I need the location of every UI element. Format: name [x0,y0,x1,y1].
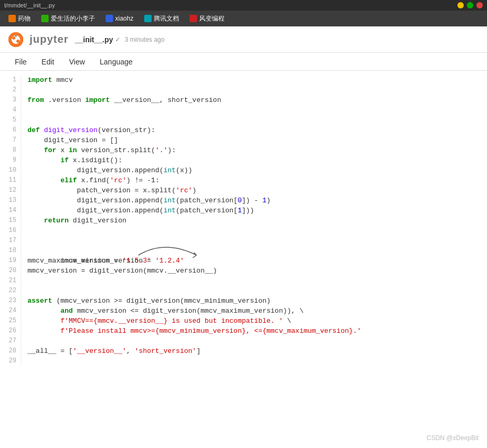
ln-24: 24 [4,306,16,316]
code-line-22 [27,286,481,296]
ln-4: 4 [4,105,16,115]
bookmark-item-2[interactable]: 爱生活的小李子 [37,13,99,25]
code-line-12: patch_version = x.split('rc') [27,185,481,195]
ln-28: 28 [4,346,16,356]
browser-bar: t/mmdet/__init__.py [0,0,487,11]
code-line-1: import mmcv [27,75,481,85]
line-numbers: 1 2 3 4 5 6 7 8 9 10 11 12 13 14 15 16 1… [0,75,21,366]
code-line-29 [27,356,481,366]
bookmark-icon-1 [8,15,16,22]
save-time: 3 minutes ago [125,36,164,43]
code-lines: import mmcv from .version import __versi… [21,75,487,366]
menu-bar: File Edit View Language [0,53,487,71]
ln-1: 1 [4,75,16,85]
code-line-14: digit_version.append(int(patch_version[1… [27,206,481,216]
code-line-4 [27,105,481,115]
ln-2: 2 [4,85,16,95]
ln-18: 18 [4,246,16,256]
svg-point-4 [15,35,17,37]
window-controls [457,2,483,8]
ln-13: 13 [4,195,16,206]
jupyter-name: jupyter [30,33,69,45]
maximize-button[interactable] [467,2,473,8]
code-line-23: assert (mmcv_version >= digit_version(mm… [27,296,481,306]
code-line-3: from .version import __version__, short_… [27,95,481,105]
code-line-5 [27,115,481,125]
bookmarks-bar: 药物 爱生活的小李子 xiaohz 腾讯文档 风变编程 [0,11,487,26]
code-line-8: for x in version_str.split('.'): [27,145,481,155]
bookmark-icon-3 [106,15,113,22]
code-area: 1 2 3 4 5 6 7 8 9 10 11 12 13 14 15 16 1… [0,71,487,370]
code-line-26: f'Please install mmcv>={mmcv_minimum_ver… [27,326,481,336]
ln-3: 3 [4,95,16,105]
ln-7: 7 [4,135,16,145]
ln-10: 10 [4,165,16,175]
ln-22: 22 [4,286,16,296]
bookmark-label-4: 腾讯文档 [154,14,179,23]
svg-point-2 [12,36,15,40]
code-line-25: f'MMCV=={mmcv.__version__} is used but i… [27,316,481,326]
menu-edit[interactable]: Edit [35,55,61,68]
ln-14: 14 [4,206,16,216]
menu-file[interactable]: File [8,55,33,68]
code-line-28: __all__ = ['__version__', 'short_version… [27,346,481,356]
ln-29: 29 [4,356,16,366]
bookmark-icon-5 [190,15,197,22]
browser-title: t/mmdet/__init__.py [4,2,55,8]
jupyter-header: jupyter __init__.py ✓ 3 minutes ago [0,26,487,53]
menu-view[interactable]: View [63,55,91,68]
ln-15: 15 [4,216,16,226]
code-line-27 [27,336,481,346]
code-line-10: digit_version.append(int(x)) [27,165,481,175]
file-path: __init__.py ✓ 3 minutes ago [75,35,165,44]
filename: __init__.py [75,35,113,44]
bookmark-label-3: xiaohz [115,15,134,22]
ln-20: 20 [4,266,16,276]
ln-11: 11 [4,175,16,185]
bookmark-icon-4 [144,15,152,22]
code-line-2 [27,85,481,95]
ln-16: 16 [4,226,16,236]
code-line-11: elif x.find('rc') != -1: [27,175,481,185]
ln-5: 5 [4,115,16,125]
ln-9: 9 [4,155,16,165]
code-line-24: and mmcv_version <= digit_version(mmcv_m… [27,306,481,316]
code-line-9: if x.isdigit(): [27,155,481,165]
ln-12: 12 [4,185,16,195]
code-line-20: mmcv_version = digit_version(mmcv.__vers… [27,266,481,276]
svg-point-3 [16,40,20,43]
code-line-13: digit_version.append(int(patch_version[0… [27,195,481,206]
code-line-17 [27,236,481,246]
ln-27: 27 [4,336,16,346]
ln-21: 21 [4,276,16,286]
watermark: CSDN @xDeepBit [427,434,479,442]
bookmark-item-5[interactable]: 风变编程 [185,13,229,25]
ln-23: 23 [4,296,16,306]
code-line-7: digit_version = [] [27,135,481,145]
menu-language[interactable]: Language [93,55,139,68]
close-button[interactable] [476,2,483,8]
minimize-button[interactable] [457,2,464,8]
bookmark-item-3[interactable]: xiaohz [101,13,138,24]
ln-26: 26 [4,326,16,336]
code-line-15: return digit_version [27,216,481,226]
jupyter-logo [8,32,23,47]
bookmark-label-2: 爱生活的小李子 [51,14,95,23]
bookmark-label-5: 风变编程 [199,14,224,23]
code-line-18: mmcv_minimum_version = '1.2.4' [27,246,481,256]
bookmark-label-1: 药物 [18,14,31,23]
ln-19: 19 [4,256,16,266]
ln-8: 8 [4,145,16,155]
ln-17: 17 [4,236,16,246]
ln-25: 25 [4,316,16,326]
code-line-6: def digit_version(version_str): [27,125,481,135]
code-line-21 [27,276,481,286]
bookmark-item-1[interactable]: 药物 [4,13,35,25]
code-container[interactable]: 1 2 3 4 5 6 7 8 9 10 11 12 13 14 15 16 1… [0,71,487,448]
bookmark-item-4[interactable]: 腾讯文档 [140,13,183,25]
code-line-16 [27,226,481,236]
file-check-icon: ✓ [115,36,120,43]
ln-6: 6 [4,125,16,135]
bookmark-icon-2 [41,15,49,22]
